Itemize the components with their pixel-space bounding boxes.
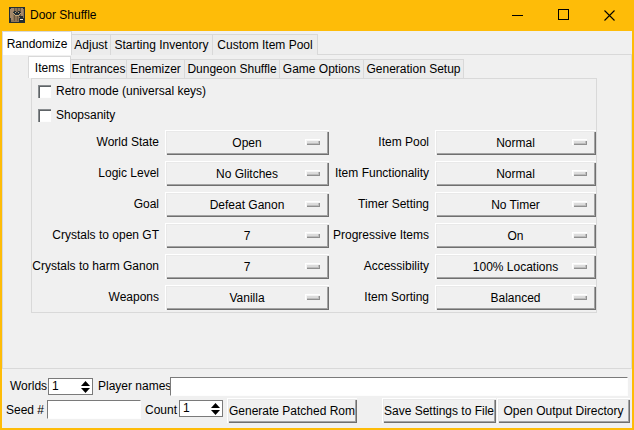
player-names-input[interactable]	[170, 377, 628, 396]
crystals-open-gt-label: Crystals to open GT	[32, 223, 159, 248]
app-window: Door Shuffle Randomize Adjust Starting I…	[0, 0, 634, 430]
player-names-label: Player names	[98, 379, 171, 393]
shopsanity-label: Shopsanity	[56, 109, 115, 122]
tab-generation-setup[interactable]: Generation Setup	[363, 59, 464, 78]
option-row-3: Crystals to open GT 7 Progressive Items …	[32, 223, 596, 248]
crystals-open-gt-value: 7	[244, 229, 251, 243]
tab-label: Randomize	[7, 37, 68, 51]
tab-items[interactable]: Items	[28, 56, 71, 78]
minimize-icon	[496, 0, 542, 30]
logic-level-label: Logic Level	[32, 161, 159, 186]
optionmenu-indicator-icon	[572, 294, 587, 300]
worlds-spin-buttons[interactable]	[79, 379, 92, 394]
spin-down-icon	[81, 388, 90, 393]
progressive-items-value: On	[507, 229, 523, 243]
tab-starting-inventory[interactable]: Starting Inventory	[110, 34, 213, 55]
spin-down-icon	[211, 410, 220, 415]
crystals-harm-ganon-value: 7	[244, 260, 251, 274]
retro-mode-checkbox[interactable]	[38, 85, 51, 98]
shopsanity-checkbox[interactable]	[38, 109, 51, 122]
world-state-value: Open	[232, 136, 261, 150]
item-sorting-dropdown[interactable]: Balanced	[435, 285, 596, 310]
worlds-value: 1	[49, 379, 79, 394]
optionmenu-indicator-icon	[572, 232, 587, 238]
logic-level-value: No Glitches	[216, 167, 278, 181]
optionmenu-indicator-icon	[572, 139, 587, 145]
tab-label: Generation Setup	[366, 62, 460, 76]
timer-setting-value: No Timer	[491, 198, 540, 212]
item-pool-value: Normal	[496, 136, 535, 150]
spin-up-icon	[211, 403, 220, 408]
tab-adjust[interactable]: Adjust	[71, 34, 111, 55]
window-title: Door Shuffle	[30, 0, 97, 30]
option-row-2: Goal Defeat Ganon Timer Setting No Timer	[32, 192, 596, 217]
goal-value: Defeat Ganon	[210, 198, 285, 212]
count-label: Count	[145, 403, 177, 417]
close-button[interactable]	[588, 0, 634, 30]
titlebar: Door Shuffle	[0, 0, 634, 31]
goal-label: Goal	[32, 192, 159, 217]
button-label: Generate Patched Rom	[229, 404, 355, 418]
count-spinbox[interactable]: 1	[179, 400, 223, 417]
accessibility-value: 100% Locations	[473, 260, 558, 274]
tab-label: Dungeon Shuffle	[187, 62, 276, 76]
tab-label: Game Options	[283, 62, 360, 76]
worlds-spinbox[interactable]: 1	[48, 378, 93, 395]
item-pool-label: Item Pool	[303, 130, 429, 155]
item-functionality-label: Item Functionality	[303, 161, 429, 186]
worlds-label: Worlds	[10, 379, 47, 393]
shopsanity-checkbox-row: Shopsanity	[38, 109, 115, 122]
tab-dungeon-shuffle[interactable]: Dungeon Shuffle	[184, 59, 280, 78]
item-functionality-value: Normal	[496, 167, 535, 181]
maximize-icon	[542, 0, 588, 30]
item-sorting-value: Balanced	[490, 291, 540, 305]
timer-setting-dropdown[interactable]: No Timer	[435, 192, 596, 217]
item-pool-dropdown[interactable]: Normal	[435, 130, 596, 155]
tab-label: Adjust	[74, 38, 107, 52]
progressive-items-dropdown[interactable]: On	[435, 223, 596, 248]
tab-label: Enemizer	[130, 62, 181, 76]
button-label: Open Output Directory	[503, 404, 623, 418]
seed-label: Seed #	[6, 403, 44, 417]
optionmenu-indicator-icon	[572, 263, 587, 269]
tab-label: Items	[35, 61, 64, 75]
generate-patched-rom-button[interactable]: Generate Patched Rom	[227, 398, 357, 423]
outer-tab-bar: Randomize Adjust Starting Inventory Cust…	[2, 31, 318, 55]
weapons-value: Vanilla	[229, 291, 264, 305]
tab-label: Entrances	[71, 62, 125, 76]
spin-up-icon	[81, 381, 90, 386]
count-spin-buttons[interactable]	[209, 401, 222, 416]
button-label: Save Settings to File	[384, 404, 494, 418]
maximize-button[interactable]	[542, 0, 588, 30]
option-row-5: Weapons Vanilla Item Sorting Balanced	[32, 285, 596, 310]
retro-mode-checkbox-row: Retro mode (universal keys)	[38, 85, 206, 98]
tab-label: Starting Inventory	[114, 38, 208, 52]
optionmenu-indicator-icon	[572, 201, 587, 207]
seed-input[interactable]	[47, 400, 141, 419]
bottom-frame: Worlds 1 Player names Seed # Count 1	[2, 369, 632, 428]
optionmenu-indicator-icon	[572, 170, 587, 176]
app-icon-door-sprite	[9, 7, 25, 23]
accessibility-label: Accessibility	[303, 254, 429, 279]
tab-enemizer[interactable]: Enemizer	[126, 59, 185, 78]
progressive-items-label: Progressive Items	[303, 223, 429, 248]
caption-buttons	[496, 0, 634, 30]
tab-entrances[interactable]: Entrances	[70, 59, 127, 78]
item-functionality-dropdown[interactable]: Normal	[435, 161, 596, 186]
option-row-0: World State Open Item Pool Normal	[32, 130, 596, 155]
crystals-harm-ganon-label: Crystals to harm Ganon	[32, 254, 159, 279]
open-output-directory-button[interactable]: Open Output Directory	[497, 398, 630, 423]
minimize-button[interactable]	[496, 0, 542, 30]
tab-label: Custom Item Pool	[217, 38, 312, 52]
tab-randomize[interactable]: Randomize	[2, 31, 72, 55]
save-settings-button[interactable]: Save Settings to File	[382, 398, 496, 423]
count-value: 1	[180, 401, 209, 416]
accessibility-dropdown[interactable]: 100% Locations	[435, 254, 596, 279]
tab-game-options[interactable]: Game Options	[279, 59, 364, 78]
option-row-4: Crystals to harm Ganon 7 Accessibility 1…	[32, 254, 596, 279]
option-row-1: Logic Level No Glitches Item Functionali…	[32, 161, 596, 186]
timer-setting-label: Timer Setting	[303, 192, 429, 217]
tab-custom-item-pool[interactable]: Custom Item Pool	[212, 34, 318, 55]
item-sorting-label: Item Sorting	[303, 285, 429, 310]
inner-tab-bar: Items Entrances Enemizer Dungeon Shuffle…	[28, 56, 464, 78]
